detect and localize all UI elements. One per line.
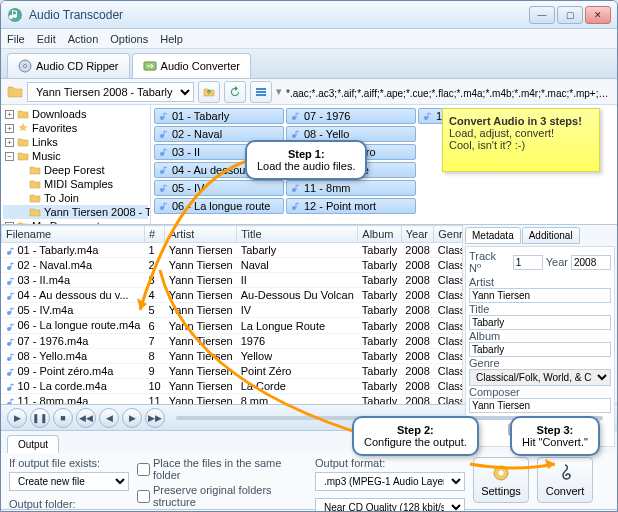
music-file-icon: [6, 276, 16, 286]
stop-button[interactable]: ■: [53, 408, 73, 428]
next-button[interactable]: ▶▶: [145, 408, 165, 428]
folder-tree[interactable]: +Downloads +Favorites +Links −Music Deep…: [1, 105, 151, 224]
table-row[interactable]: 05 - IV.m4a5Yann TiersenIVTabarly2008Cla…: [2, 303, 463, 318]
table-row[interactable]: 08 - Yello.m4a8Yann TiersenYellowTabarly…: [2, 348, 463, 363]
menu-options[interactable]: Options: [110, 33, 148, 45]
table-row[interactable]: 03 - II.m4a3Yann TiersenIITabarly2008Cla…: [2, 273, 463, 288]
col-artist[interactable]: Artist: [165, 226, 237, 243]
trackno-label: Track Nº: [469, 250, 510, 274]
music-file-icon: [6, 261, 16, 271]
title-input[interactable]: [469, 315, 611, 330]
svg-point-7: [160, 116, 164, 120]
svg-point-12: [160, 206, 164, 210]
track-grid[interactable]: Filename # Artist Title Album Year Genre…: [1, 225, 462, 404]
callout-step2: Step 2:Configure the output.: [352, 416, 479, 456]
album-input[interactable]: [469, 342, 611, 357]
folder-icon: [29, 192, 41, 204]
settings-button[interactable]: Settings: [473, 457, 529, 503]
star-icon: [17, 122, 29, 134]
table-row[interactable]: 09 - Point zéro.m4a9Yann TiersenPoint Zé…: [2, 363, 463, 378]
main-tabs: Audio CD Ripper Audio Converter: [1, 49, 617, 79]
exists-select[interactable]: Create new file: [9, 472, 129, 491]
svg-point-26: [7, 342, 11, 346]
tree-music[interactable]: −Music: [3, 149, 148, 163]
table-row[interactable]: 06 - La longue route.m4a6Yann TiersenLa …: [2, 318, 463, 333]
tree-midi[interactable]: MIDI Samples: [3, 177, 148, 191]
composer-input[interactable]: [469, 398, 611, 413]
tab-cd-ripper[interactable]: Audio CD Ripper: [7, 53, 130, 78]
chk1-label: Place the files in the same folder: [153, 457, 307, 481]
album-label: Album: [469, 330, 500, 342]
col-album[interactable]: Album: [358, 226, 401, 243]
file-item[interactable]: 12 - Point mort: [286, 198, 416, 214]
table-row[interactable]: 11 - 8mm.m4a11Yann Tiersen8 mmTabarly200…: [2, 393, 463, 404]
col-title[interactable]: Title: [237, 226, 358, 243]
music-file-icon: [6, 337, 16, 347]
svg-point-21: [7, 266, 11, 270]
table-row[interactable]: 01 - Tabarly.m4a1Yann TiersenTabarlyTaba…: [2, 243, 463, 258]
genre-select[interactable]: Classical/Folk, World, & Countr: [469, 369, 611, 386]
tree-favorites[interactable]: +Favorites: [3, 121, 148, 135]
table-row[interactable]: 02 - Naval.m4a2Yann TiersenNavalTabarly2…: [2, 258, 463, 273]
tree-links[interactable]: +Links: [3, 135, 148, 149]
title-label: Title: [469, 303, 489, 315]
svg-point-2: [24, 65, 27, 68]
rewind-button[interactable]: ◀: [99, 408, 119, 428]
table-row[interactable]: 07 - 1976.m4a7Yann Tiersen1976Tabarly200…: [2, 333, 463, 348]
convert-button[interactable]: Convert: [537, 457, 593, 503]
folder-select[interactable]: Yann Tiersen 2008 - Tabarly: [27, 82, 194, 102]
file-item[interactable]: 11 - 8mm: [286, 180, 416, 196]
menubar: File Edit Action Options Help: [1, 29, 617, 49]
chk-same-folder[interactable]: [137, 463, 150, 476]
tab-metadata[interactable]: Metadata: [465, 227, 521, 244]
up-folder-button[interactable]: [198, 81, 220, 103]
close-button[interactable]: ✕: [585, 6, 611, 24]
trackno-input[interactable]: [513, 255, 543, 270]
file-item[interactable]: 05 - IV: [154, 180, 284, 196]
folder-up-icon: [203, 86, 215, 98]
col-genre[interactable]: Genre: [434, 226, 462, 243]
tree-yann[interactable]: Yann Tiersen 2008 - Tabarly: [3, 205, 148, 219]
menu-help[interactable]: Help: [160, 33, 183, 45]
menu-action[interactable]: Action: [68, 33, 99, 45]
svg-point-14: [292, 134, 296, 138]
metadata-panel: Metadata Additional Track NºYear Artist …: [462, 225, 617, 404]
col-filename[interactable]: Filename: [2, 226, 145, 243]
file-filter[interactable]: *.aac;*.ac3;*.aif;*.aiff;*.ape;*.cue;*.f…: [286, 85, 611, 99]
forward-button[interactable]: ▶: [122, 408, 142, 428]
svg-point-30: [7, 402, 11, 404]
tree-mydocs[interactable]: +My Documents: [3, 219, 148, 224]
minimize-button[interactable]: —: [529, 6, 555, 24]
menu-edit[interactable]: Edit: [37, 33, 56, 45]
maximize-button[interactable]: ▢: [557, 6, 583, 24]
play-button[interactable]: ▶: [7, 408, 27, 428]
file-item[interactable]: 07 - 1976: [286, 108, 416, 124]
tab-output[interactable]: Output: [7, 435, 59, 453]
col-num[interactable]: #: [144, 226, 164, 243]
tab-additional[interactable]: Additional: [522, 227, 580, 244]
artist-input[interactable]: [469, 288, 611, 303]
folder-icon: [17, 150, 29, 162]
refresh-button[interactable]: [224, 81, 246, 103]
col-year[interactable]: Year: [401, 226, 433, 243]
file-item[interactable]: 06 - La longue route: [154, 198, 284, 214]
table-row[interactable]: 10 - La corde.m4a10Yann TiersenLa CordeT…: [2, 378, 463, 393]
tab-audio-converter[interactable]: Audio Converter: [132, 53, 252, 78]
chk-preserve-structure[interactable]: [137, 490, 150, 503]
tree-tojoin[interactable]: To Join: [3, 191, 148, 205]
file-item[interactable]: 01 - Tabarly: [154, 108, 284, 124]
table-row[interactable]: 04 - Au dessous du v...4Yann TiersenAu-D…: [2, 288, 463, 303]
quality-select[interactable]: Near CD Quality (128 kbit/s): [315, 498, 465, 512]
prev-button[interactable]: ◀◀: [76, 408, 96, 428]
pause-button[interactable]: ❚❚: [30, 408, 50, 428]
year-input[interactable]: [571, 255, 611, 270]
cd-icon: [18, 59, 32, 73]
menu-file[interactable]: File: [7, 33, 25, 45]
format-label: Output format:: [315, 457, 465, 469]
format-select[interactable]: .mp3 (MPEG-1 Audio Layer 3): [315, 472, 465, 491]
view-list-button[interactable]: [250, 81, 272, 103]
tree-deepforest[interactable]: Deep Forest: [3, 163, 148, 177]
tree-downloads[interactable]: +Downloads: [3, 107, 148, 121]
music-file-icon: [159, 147, 169, 157]
svg-point-8: [160, 134, 164, 138]
